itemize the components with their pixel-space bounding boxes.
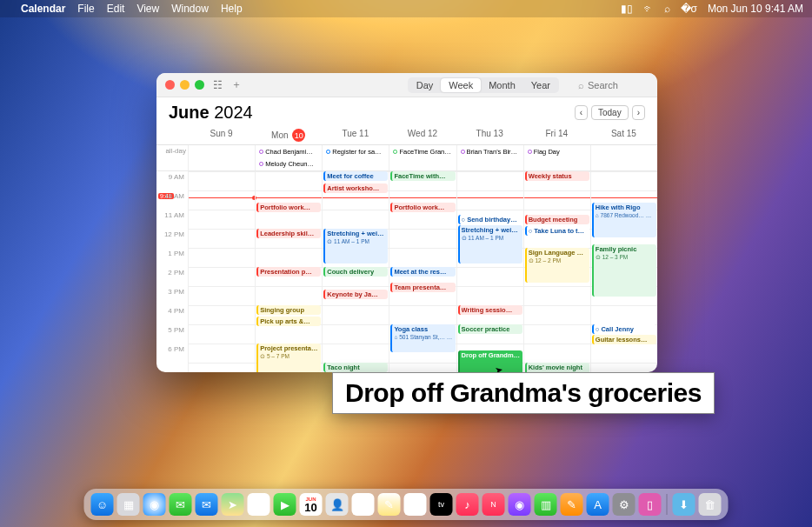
dock-music-icon[interactable]: ♪ (456, 493, 479, 516)
dock-messages-icon[interactable]: ✉ (170, 493, 192, 516)
dock-tv-icon[interactable]: tv (430, 493, 453, 516)
calendar-event[interactable]: Leadership skil… (256, 229, 321, 238)
calendar-event[interactable]: Stretching + weights⊙ 11 AM – 1 PM (323, 229, 388, 264)
prev-week-button[interactable]: ‹ (575, 105, 588, 120)
calendar-event[interactable]: Portfolio work… (390, 203, 455, 212)
calendar-event[interactable]: Kids' movie night (525, 363, 589, 372)
allday-event[interactable]: Register for sa… (323, 146, 388, 157)
calendar-event[interactable]: ○ Send birthday… (458, 215, 522, 224)
calendar-event[interactable]: Weekly status (525, 171, 589, 181)
allday-event[interactable]: FaceTime Gran… (390, 146, 455, 157)
day-header[interactable]: Tue 11 (322, 126, 389, 144)
day-header[interactable]: Sat 15 (590, 126, 657, 144)
allday-event[interactable]: Melody Cheun… (256, 158, 321, 170)
dock-numbers-icon[interactable]: ▥ (535, 493, 557, 516)
day-header[interactable]: Wed 12 (389, 126, 456, 144)
window-close-button[interactable] (165, 80, 175, 90)
day-column[interactable]: ○ Send birthday…Stretching + weights⊙ 11… (456, 171, 523, 372)
view-week[interactable]: Week (441, 78, 481, 92)
dock-mail-icon[interactable]: ✉ (196, 493, 218, 516)
calendar-event[interactable]: Taco night (323, 363, 388, 372)
calendar-event[interactable]: ○ Call Jenny (592, 324, 656, 334)
day-column[interactable]: FaceTime with…Portfolio work…Meet at the… (389, 171, 456, 372)
day-column[interactable]: Hike with Rigo⌂ 7867 Redwood… ⊙ 10 AM – … (590, 171, 657, 372)
calendar-event[interactable]: Sign Language Club⊙ 12 – 2 PM (525, 248, 589, 283)
control-center-icon[interactable]: �σ (681, 3, 697, 15)
calendar-event[interactable]: Presentation p… (256, 267, 321, 277)
view-month[interactable]: Month (481, 78, 523, 92)
calendar-event[interactable]: Team presenta… (390, 283, 455, 292)
dock-pages-icon[interactable]: ✎ (561, 493, 583, 516)
day-column[interactable]: Weekly statusBudget meeting○ Take Luna t… (523, 171, 590, 372)
calendar-event[interactable]: Project presentations⊙ 5 – 7 PM (256, 344, 321, 372)
add-event-icon[interactable]: ＋ (230, 79, 243, 91)
calendar-event[interactable]: Stretching + weights⊙ 11 AM – 1 PM (458, 225, 522, 264)
menu-help[interactable]: Help (221, 3, 243, 15)
window-minimize-button[interactable] (180, 80, 190, 90)
view-day[interactable]: Day (409, 78, 442, 92)
dock-contacts-icon[interactable]: 👤 (326, 493, 349, 516)
dock-reminders-icon[interactable]: ☰ (352, 493, 375, 516)
wifi-icon[interactable]: ᯤ (643, 3, 654, 15)
calendars-toggle-icon[interactable]: ☷ (211, 79, 223, 91)
day-column[interactable] (188, 171, 255, 372)
calendar-event[interactable]: Pick up arts &… (256, 317, 321, 326)
day-header[interactable]: Thu 13 (456, 126, 523, 144)
calendar-event[interactable]: Writing sessio… (458, 305, 522, 315)
menu-file[interactable]: File (77, 3, 94, 15)
calendar-event[interactable]: Artist worksho… (323, 183, 388, 193)
day-header-today[interactable]: Mon 10 (255, 126, 322, 144)
dock-launchpad-icon[interactable]: ▦ (117, 493, 140, 516)
dock-maps-icon[interactable]: ➤ (222, 493, 244, 516)
dock-safari-icon[interactable]: ◉ (143, 493, 166, 516)
calendar-event[interactable]: Budget meeting (525, 215, 589, 224)
calendar-event[interactable]: Meet for coffee (323, 171, 388, 181)
menu-window[interactable]: Window (171, 3, 209, 15)
calendar-event[interactable]: Couch delivery (323, 267, 388, 277)
calendar-event[interactable]: Yoga class⌂ 501 Stanyan St,… ⊙ 4 – 5:30 … (390, 324, 455, 352)
dock-settings-icon[interactable]: ⚙ (613, 493, 636, 516)
dock-freeform-icon[interactable]: ✏ (404, 493, 427, 516)
dock-iphone-mirror-icon[interactable]: ▯ (639, 493, 662, 516)
dock-notes-icon[interactable]: ✎ (378, 493, 401, 516)
calendar-event[interactable]: Hike with Rigo⌂ 7867 Redwood… ⊙ 10 AM – … (592, 203, 656, 237)
menu-clock[interactable]: Mon Jun 10 9:41 AM (708, 3, 803, 15)
day-header[interactable]: Fri 14 (523, 126, 590, 144)
today-button[interactable]: Today (591, 105, 629, 120)
calendar-event[interactable]: Meet at the res… (390, 267, 455, 277)
calendar-event[interactable]: Soccer practice (458, 324, 522, 334)
app-menu[interactable]: Calendar (21, 3, 65, 15)
day-column[interactable]: Portfolio work…Leadership skil…Presentat… (255, 171, 322, 372)
search-input[interactable] (588, 80, 649, 90)
day-header[interactable]: Sun 9 (188, 126, 255, 144)
calendar-event[interactable]: Family picnic⊙ 12 – 3 PM (592, 244, 656, 297)
allday-event[interactable]: Chad Benjami… (256, 146, 321, 157)
dock-facetime-icon[interactable]: ▶ (274, 493, 296, 516)
dock-calendar-icon[interactable]: JUN10 (300, 493, 323, 516)
dock-photos-icon[interactable]: ✿ (248, 493, 270, 516)
dock-podcasts-icon[interactable]: ◉ (509, 493, 531, 516)
dock-finder-icon[interactable]: ☺ (91, 493, 114, 516)
search-field[interactable]: ⌕ (578, 80, 649, 90)
spotlight-icon[interactable]: ⌕ (664, 3, 670, 15)
dock-downloads-icon[interactable]: ⬇ (673, 493, 696, 516)
calendar-event[interactable]: Singing group (256, 305, 321, 315)
calendar-event[interactable]: Guitar lessons… (592, 335, 656, 344)
allday-event[interactable]: Brian Tran's Bir… (458, 146, 522, 157)
dock-news-icon[interactable]: N (483, 493, 505, 516)
calendar-event[interactable]: Keynote by Ja… (323, 290, 388, 299)
calendar-event[interactable]: ○ Take Luna to th… (525, 226, 589, 236)
menu-view[interactable]: View (136, 3, 159, 15)
battery-icon[interactable]: ▮▯ (621, 3, 633, 15)
view-year[interactable]: Year (523, 78, 558, 92)
day-column[interactable]: Meet for coffeeArtist worksho…Stretching… (322, 171, 389, 372)
window-zoom-button[interactable] (195, 80, 204, 90)
calendar-event[interactable]: FaceTime with… (390, 171, 455, 181)
next-week-button[interactable]: › (632, 105, 645, 120)
allday-event[interactable]: Flag Day (525, 146, 589, 157)
dock-appstore-icon[interactable]: A (587, 493, 609, 516)
calendar-event[interactable]: Portfolio work… (256, 203, 321, 212)
menu-edit[interactable]: Edit (107, 3, 125, 15)
calendar-event[interactable]: Drop off Grandma's groceries (458, 350, 522, 372)
dock-trash-icon[interactable]: 🗑 (699, 493, 722, 516)
